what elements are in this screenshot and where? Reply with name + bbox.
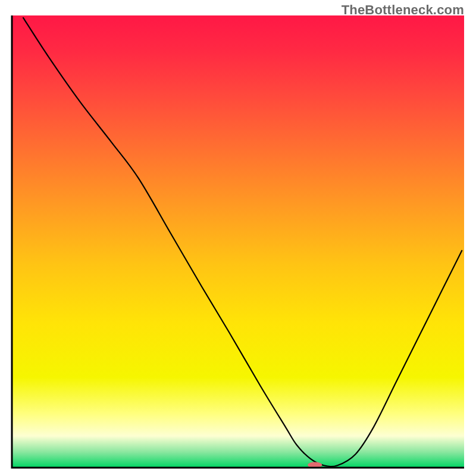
gradient-background bbox=[12, 15, 464, 468]
attribution-label: TheBottleneck.com bbox=[342, 2, 464, 18]
chart-canvas bbox=[0, 0, 476, 476]
bottleneck-chart: TheBottleneck.com bbox=[0, 0, 476, 476]
